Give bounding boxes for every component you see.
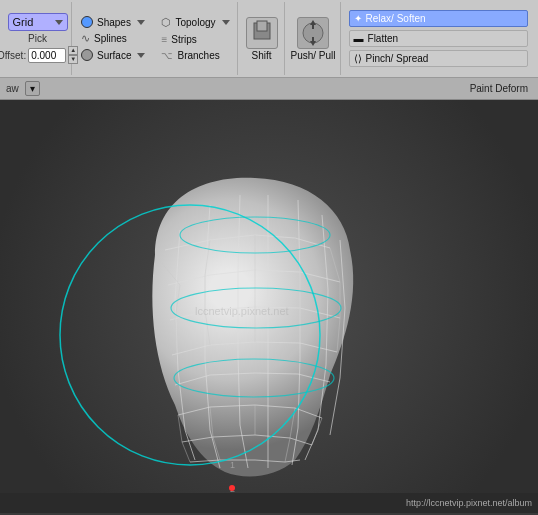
toolbar: Grid Pick Offset: ▲ ▼ Shapes ∿ Splines S… [0, 0, 538, 78]
offset-row: Offset: ▲ ▼ [0, 46, 78, 64]
topology-chevron-icon [222, 20, 230, 25]
flatten-label: Flatten [368, 33, 399, 44]
pick-label: Pick [28, 33, 47, 44]
sub-dropdown-chevron-icon: ▾ [30, 83, 35, 94]
relax-soften-label: Relax/ Soften [366, 13, 426, 24]
surface-button[interactable]: Surface [78, 48, 148, 62]
grid-label: Grid [13, 16, 34, 28]
strips-label: Strips [171, 34, 197, 45]
shapes-chevron-icon [137, 20, 145, 25]
url-label: http://lccnetvip.pixnet.net/album [406, 498, 532, 508]
push-pull-label: Push/ Pull [291, 50, 336, 61]
splines-icon: ∿ [81, 32, 90, 45]
shift-section: Shift [240, 2, 285, 75]
push-pull-icon [297, 17, 329, 49]
grid-dropdown[interactable]: Grid [8, 13, 68, 31]
viewport[interactable] [0, 100, 538, 493]
shift-button[interactable]: Shift [246, 17, 278, 61]
topology-icon: ⬡ [161, 16, 171, 29]
shift-icon [246, 17, 278, 49]
surface-icon [81, 49, 93, 61]
strips-icon: ≡ [161, 34, 167, 45]
pinch-spread-label: Pinch/ Spread [366, 53, 429, 64]
surface-label: Surface [97, 50, 131, 61]
branches-button[interactable]: ⌥ Branches [158, 49, 232, 62]
svg-rect-1 [257, 21, 267, 31]
branches-icon: ⌥ [161, 50, 173, 61]
push-pull-section: Push/ Pull [287, 2, 341, 75]
pinch-spread-button[interactable]: ⟨⟩ Pinch/ Spread [349, 50, 528, 67]
relax-soften-icon: ✦ [354, 13, 362, 24]
sub-dropdown[interactable]: ▾ [25, 81, 40, 96]
offset-input[interactable] [28, 48, 66, 63]
strips-button[interactable]: ≡ Strips [158, 33, 232, 46]
shift-label: Shift [251, 50, 271, 61]
3d-viewport-canvas[interactable] [0, 100, 538, 493]
draw-label: aw [6, 83, 19, 94]
topology-label: Topology [175, 17, 215, 28]
shapes-icon [81, 16, 93, 28]
paint-deform-label: Paint Deform [470, 83, 532, 94]
svg-marker-4 [310, 20, 316, 25]
shapes-label: Shapes [97, 17, 131, 28]
shapes-button[interactable]: Shapes [78, 15, 148, 29]
topology-button[interactable]: ⬡ Topology [158, 15, 232, 30]
splines-button[interactable]: ∿ Splines [78, 31, 148, 46]
bottom-bar: http://lccnetvip.pixnet.net/album [0, 493, 538, 513]
flatten-button[interactable]: ▬ Flatten [349, 30, 528, 47]
topology-section: ⬡ Topology ≡ Strips ⌥ Branches [154, 2, 237, 75]
offset-label: Offset: [0, 50, 26, 61]
flatten-icon: ▬ [354, 33, 364, 44]
svg-marker-6 [310, 41, 316, 46]
grid-section: Grid Pick Offset: ▲ ▼ [4, 2, 72, 75]
push-pull-button[interactable]: Push/ Pull [291, 17, 336, 61]
sub-toolbar: aw ▾ Paint Deform [0, 78, 538, 100]
splines-label: Splines [94, 33, 127, 44]
surface-chevron-icon [137, 53, 145, 58]
shapes-col: Shapes ∿ Splines Surface [74, 2, 152, 75]
relax-soften-button[interactable]: ✦ Relax/ Soften [349, 10, 528, 27]
right-tools-section: ✦ Relax/ Soften ▬ Flatten ⟨⟩ Pinch/ Spre… [343, 2, 534, 75]
grid-chevron-icon [55, 20, 63, 25]
pinch-spread-icon: ⟨⟩ [354, 53, 362, 64]
branches-label: Branches [177, 50, 219, 61]
